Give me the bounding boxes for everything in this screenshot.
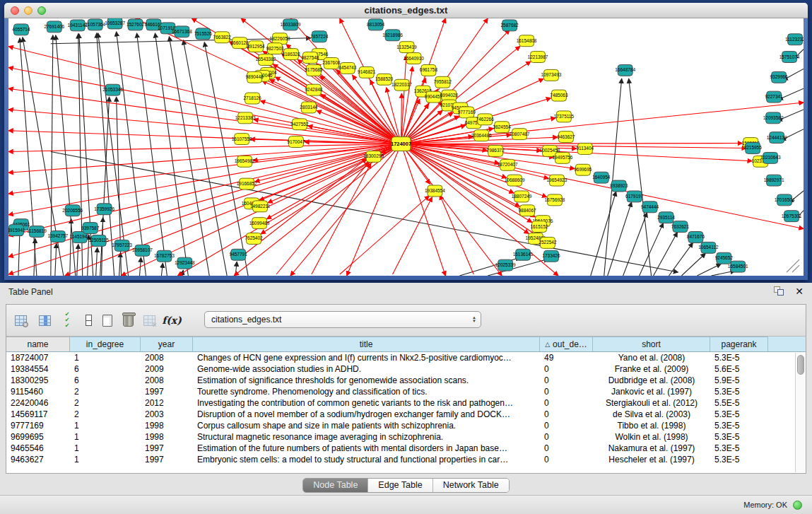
network-window-titlebar[interactable]: citations_edges.txt (4, 3, 808, 18)
graph-node[interactable]: 12444139 (767, 132, 787, 144)
graph-node[interactable]: 19654923 (547, 175, 567, 186)
graph-node[interactable]: 1527602 (126, 19, 145, 30)
graph-node[interactable]: 16154808 (517, 35, 537, 47)
graph-node[interactable]: 7462266 (476, 114, 495, 125)
column-header-pagerank[interactable]: pagerank (710, 337, 768, 351)
resize-grip-icon[interactable] (787, 259, 799, 272)
table-cell[interactable]: 2008 (141, 352, 193, 363)
graph-node[interactable]: 9146821 (358, 66, 376, 78)
graph-node[interactable]: 17375115 (554, 111, 575, 122)
table-cell[interactable]: 5.3E-5 (710, 409, 768, 420)
table-cell[interactable]: 0 (540, 363, 593, 375)
table-scrollbar-thumb[interactable] (797, 355, 804, 375)
graph-node[interactable]: 8186328 (282, 49, 300, 60)
graph-node[interactable]: 18300295 (363, 151, 384, 162)
table-cell[interactable]: Genome-wide association studies in ADHD. (193, 363, 540, 375)
graph-node[interactable]: 7955812 (434, 76, 452, 88)
select-columns-icon[interactable] (36, 312, 53, 329)
table-cell[interactable]: 1997 (141, 386, 193, 397)
table-row[interactable]: 1830029562008Estimation of significance … (6, 375, 806, 386)
graph-node[interactable]: 12923448 (175, 257, 195, 269)
graph-node[interactable]: 11156819 (27, 226, 47, 238)
graph-node[interactable]: 2803144 (300, 102, 318, 113)
table-cell[interactable]: 5.3E-5 (710, 443, 768, 454)
graph-node[interactable]: 12675301 (782, 211, 802, 222)
graph-node[interactable]: 4055714 (12, 24, 30, 35)
graph-node[interactable]: 2718126 (243, 93, 261, 104)
graph-node[interactable]: 9827503 (266, 43, 284, 54)
function-builder-icon[interactable]: f(x) (163, 312, 180, 329)
column-header-year[interactable]: year (141, 337, 193, 351)
graph-node[interactable]: 7663822 (213, 32, 232, 43)
table-cell[interactable]: 2008 (141, 375, 193, 386)
network-canvas[interactable]: 7663822866012889129541654338223420042242… (8, 18, 804, 276)
table-cell[interactable]: 9465546 (6, 443, 70, 454)
table-cell[interactable]: Estimation of significance thresholds fo… (193, 375, 540, 386)
table-cell[interactable]: 5.3E-5 (710, 454, 768, 465)
table-cell[interactable]: Corpus callosum shape and size in male p… (193, 420, 540, 431)
table-cell[interactable]: 0 (540, 397, 593, 409)
minimize-window-button[interactable] (24, 6, 33, 15)
graph-node[interactable]: 12213987 (528, 52, 548, 63)
graph-node[interactable]: 9427552 (290, 119, 309, 130)
tab-network-table[interactable]: Network Table (433, 479, 509, 492)
graph-node[interactable]: 19495756 (553, 152, 573, 163)
table-cell[interactable]: 6 (70, 375, 141, 386)
graph-node[interactable]: 9827548 (301, 52, 319, 64)
graph-node[interactable]: 10807487 (510, 129, 530, 140)
table-cell[interactable]: 0 (540, 375, 593, 386)
graph-node[interactable]: 16648784 (615, 64, 635, 76)
graph-node[interactable]: 9777169 (458, 107, 476, 118)
graph-node[interactable]: 9175685 (305, 64, 323, 76)
table-row[interactable]: 969969511998Structural magnetic resonanc… (6, 431, 806, 443)
table-row[interactable]: 2242004622012Investigating the contribut… (6, 397, 806, 409)
graph-node[interactable]: 9890448 (245, 71, 264, 83)
graph-node[interactable]: 17957223 (112, 240, 132, 251)
graph-node[interactable]: 1640954 (592, 172, 611, 183)
graph-node[interactable]: 20206556 (62, 205, 83, 216)
new-column-icon[interactable] (99, 312, 116, 329)
table-cell[interactable]: 2 (70, 409, 141, 420)
graph-node[interactable]: 9245652 (715, 252, 734, 264)
zoom-window-button[interactable] (37, 6, 46, 15)
graph-node[interactable]: 10958107 (132, 245, 153, 256)
graph-node[interactable]: 1615152 (530, 221, 548, 233)
table-cell[interactable]: 19384554 (6, 363, 70, 375)
table-row[interactable]: 911546021997Tourette syndrome. Phenomeno… (6, 386, 806, 397)
graph-node[interactable]: 9170047 (287, 136, 305, 148)
table-cell[interactable]: 5.3E-5 (710, 420, 768, 431)
graph-node[interactable]: 16671368 (172, 26, 192, 37)
graph-node[interactable]: 18720407 (498, 159, 518, 170)
graph-node[interactable]: 20364486 (471, 130, 492, 141)
graph-node[interactable]: 16584501 (728, 261, 748, 272)
table-cell[interactable]: 5.6E-5 (710, 363, 768, 375)
table-cell[interactable]: Tourette syndrome. Phenomenology and cla… (193, 386, 540, 397)
graph-node[interactable]: 10653287 (105, 18, 125, 29)
graph-node[interactable]: 14982211 (250, 201, 271, 212)
table-cell[interactable]: 2 (70, 397, 141, 409)
table-cell[interactable]: 1997 (141, 443, 193, 454)
graph-node[interactable]: 9242848 (305, 84, 323, 95)
table-cell[interactable]: 1 (70, 431, 141, 443)
graph-node[interactable]: 9227341 (765, 91, 784, 103)
tab-edge-table[interactable]: Edge Table (368, 479, 433, 492)
graph-node[interactable]: 13942757 (47, 231, 68, 243)
table-cell[interactable]: Embryonic stem cells: a model to study s… (193, 454, 540, 465)
table-cell[interactable]: 14569117 (6, 409, 70, 420)
table-cell[interactable]: Disruption of a novel member of a sodium… (193, 409, 540, 420)
column-header-out-degree[interactable]: △ out_de… (540, 337, 593, 351)
graph-node[interactable]: 10210643 (760, 152, 781, 163)
table-cell[interactable]: 5.5E-5 (710, 397, 768, 409)
table-cell[interactable]: 0 (540, 431, 593, 443)
tab-node-table[interactable]: Node Table (303, 479, 368, 492)
graph-node[interactable]: 8938923 (610, 180, 628, 192)
graph-node[interactable]: 16640910 (404, 53, 424, 64)
table-cell[interactable]: 5.3E-5 (710, 386, 768, 397)
table-cell[interactable]: Stergiakouli et al. (2012) (593, 397, 710, 409)
table-scrollbar[interactable] (795, 353, 806, 472)
table-cell[interactable]: 18300295 (6, 375, 70, 386)
graph-node[interactable]: 17016504 (775, 194, 795, 206)
graph-node[interactable]: 9397587 (81, 223, 100, 234)
table-cell[interactable]: 2003 (141, 409, 193, 420)
table-cell[interactable]: 18724007 (6, 352, 70, 363)
